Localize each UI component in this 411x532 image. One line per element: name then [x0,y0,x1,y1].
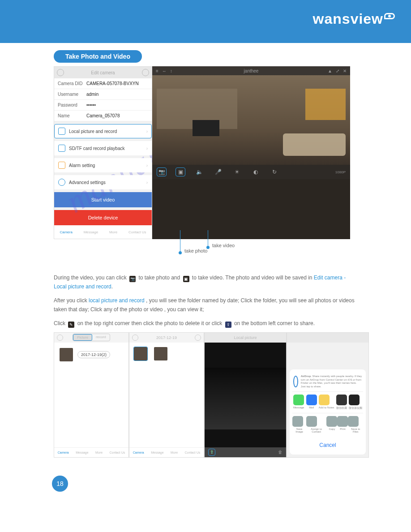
airdrop-text: AirDrop. Share instantly with people nea… [301,375,362,389]
live-feed-image [152,75,350,165]
date-title: 2017-12-19 [156,335,177,340]
message-app-icon[interactable] [293,395,304,405]
tab-camera[interactable]: Camera [60,230,72,234]
delete-icon[interactable]: 🗑 [278,450,283,455]
live-toolbar: 📷 ▣ 🔈 🎤 ☀ ◐ ↻ 1080P [152,165,350,179]
option-alarm[interactable]: Alarm setting› [54,158,152,172]
option-advanced[interactable]: Advanced settings› [54,175,152,189]
back-icon[interactable] [57,335,63,341]
start-video-button[interactable]: Start video [54,192,152,207]
video-icon: ▣ [183,276,189,282]
mobile-header: 2017-12-19 [129,333,204,343]
mail-app-icon[interactable] [306,395,317,405]
share-icon: ⇪ [225,322,231,328]
segment-control[interactable]: Picture record [73,334,110,341]
mobile-thumbnails-screenshot: 2017-12-19 Camera Message More Contact U… [129,332,204,458]
mobile-folder-screenshot: Picture record 2017-12-19(2) Camera Mess… [54,332,129,458]
live-view-screenshot: ≡ ↔ ↕ janthee ▲ ⤢ ✕ 📷 ▣ 🔈 🎤 ☀ [152,66,350,239]
back-icon[interactable] [132,335,138,341]
share-sheet-screenshot: AirDrop. Share instantly with people nea… [287,332,369,458]
eye-icon [384,13,395,19]
edit-icon: ✎ [68,322,74,328]
edit-camera-screenshot: Edit camera Camera DIDCAMERA-057078-BVXY… [54,66,152,239]
field-did: Camera DIDCAMERA-057078-BVXYN [54,78,152,89]
callout-take-video: take video [212,243,235,248]
confirm-icon[interactable] [142,69,149,76]
assign-contact-icon[interactable] [306,416,317,427]
sd-icon [58,145,65,152]
chevron-right-icon: › [146,146,148,151]
section-title: Take Photo and Video [54,50,142,63]
notes-app-icon[interactable] [319,395,330,405]
callout-guides: take photo take video [54,239,393,264]
viewer-title: Local picture [234,335,257,340]
bottom-tabs: Camera Message More Contact Us [129,447,204,457]
airdrop-row[interactable]: AirDrop. Share instantly with people nea… [292,372,363,391]
cancel-button[interactable]: Cancel [292,438,363,452]
camera-icon: 📷 [129,276,136,282]
resolution-label[interactable]: 1080P [335,170,346,174]
share-apps-row: Message Mail Add to Notes 微信收藏 微信朋友圈 [292,391,363,413]
take-photo-button[interactable]: 📷 [157,167,167,176]
page-number: 18 [52,476,68,492]
page-header: wansview [0,0,411,43]
airdrop-icon [293,376,298,387]
expand-icon[interactable]: ↔ [162,69,167,73]
bottom-tabs: Camera Message More Contact Us [54,447,128,457]
live-view-header: ≡ ↔ ↕ janthee ▲ ⤢ ✕ [152,66,350,75]
field-password: Password•••••• [54,100,152,111]
share-sheet: AirDrop. Share instantly with people nea… [290,369,366,455]
delete-device-button[interactable]: Delete device [54,210,152,225]
menu-icon[interactable]: ≡ [156,69,158,73]
photo-preview [205,368,286,429]
up-icon[interactable]: ▲ [328,69,332,73]
brightness-icon[interactable]: ☀ [232,167,242,176]
vertical-icon[interactable]: ↕ [170,69,172,73]
option-local-picture[interactable]: Local picture and record› [54,124,152,138]
bottom-tabs: Camera Message More Contact Us [54,225,152,239]
tab-message[interactable]: Message [84,230,98,234]
fullscreen-icon[interactable]: ⤢ [336,69,339,73]
brand-logo: wansview [313,11,395,27]
field-username: Usernameadmin [54,89,152,100]
save-image-icon[interactable] [292,416,303,427]
live-title: janthee [244,69,259,73]
mic-icon[interactable]: 🎤 [213,167,223,176]
field-name: NameCamera_057078 [54,111,152,121]
contrast-icon[interactable]: ◐ [251,167,261,176]
rotate-icon[interactable]: ↻ [270,167,279,176]
option-sd-playback[interactable]: SD/TF card record playback› [54,141,152,155]
wechat-moments-icon[interactable] [349,395,360,405]
edit-icon[interactable] [195,335,201,341]
tab-contact[interactable]: Contact Us [128,230,146,234]
print-icon[interactable] [337,416,348,427]
chevron-right-icon: › [146,129,148,134]
viewer-toolbar: ⇪ 🗑 [205,447,286,457]
folder-thumb-icon [60,348,73,361]
share-actions-row: Save Image Assign to Contact Copy Print … [292,413,363,436]
photo-thumbnail[interactable] [154,347,167,360]
callout-take-photo: take photo [184,248,207,253]
copy-icon[interactable] [326,416,337,427]
chevron-right-icon: › [146,180,148,185]
folder-name: 2017-12-19(2) [77,351,110,358]
share-button[interactable]: ⇪ [208,449,215,456]
speaker-icon[interactable]: 🔈 [194,167,204,176]
brand-text: wansview [313,11,383,27]
photo-thumbnail[interactable] [134,347,147,360]
viewer-header: Local picture [205,333,286,343]
instruction-text: During the video, you can click 📷 to tak… [54,273,357,328]
chevron-right-icon: › [146,163,148,168]
mobile-viewer-screenshot: Local picture ⇪ 🗑 [204,332,287,458]
edit-camera-title: Edit camera [91,70,115,75]
picture-icon [58,128,65,135]
tab-more[interactable]: More [109,230,117,234]
take-video-button[interactable]: ▣ [176,167,185,176]
back-icon[interactable] [57,69,64,76]
date-folder[interactable]: 2017-12-19(2) [57,345,126,364]
viewer-header-dim [287,333,368,343]
wechat-fav-icon[interactable] [336,395,347,405]
save-files-icon[interactable] [348,416,359,427]
mobile-header: Picture record [54,333,128,343]
close-icon[interactable]: ✕ [343,69,347,73]
